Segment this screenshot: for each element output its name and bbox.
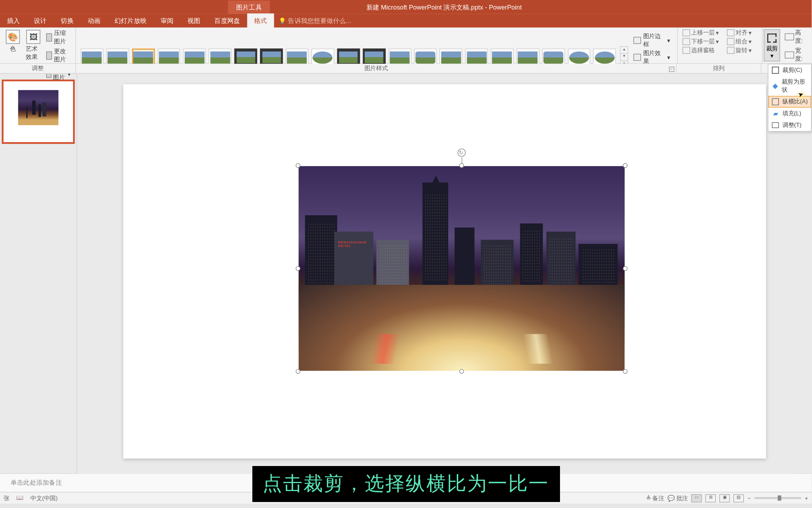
height-input[interactable]: 高度:: [785, 29, 808, 45]
resize-handle-ml[interactable]: [295, 266, 300, 271]
border-icon: [633, 37, 641, 44]
notes-placeholder: 单击此处添加备注: [11, 479, 62, 486]
zoom-out-button[interactable]: −: [748, 495, 751, 501]
compress-icon: [46, 34, 53, 42]
rotate-button[interactable]: 旋转 ▾: [726, 46, 752, 54]
resize-handle-bm[interactable]: [459, 369, 463, 374]
forward-icon: [683, 29, 690, 36]
crop-icon: [771, 66, 780, 74]
height-icon: [785, 34, 794, 41]
width-icon: [785, 52, 794, 59]
picture-effects-button[interactable]: 图片效果 ▾: [633, 49, 670, 65]
change-picture-button[interactable]: 更改图片: [45, 47, 72, 65]
tab-format[interactable]: 格式: [247, 13, 274, 28]
rotate-handle[interactable]: ↻: [457, 149, 465, 157]
artistic-icon: 🖼: [26, 30, 41, 44]
ribbon-group-adjust: 🎨 色 🖼 艺术效果 压缩图片 更改图片 重设图片▾: [0, 28, 76, 63]
document-title: 新建 Microsoft PowerPoint 演示文稿.pptx - Powe…: [367, 2, 522, 11]
crop-icon: [765, 32, 778, 44]
zoom-in-button[interactable]: +: [805, 495, 808, 501]
main-area: ↻: [0, 74, 812, 473]
view-sorter-button[interactable]: ⊞: [706, 494, 716, 502]
group-icon: [727, 38, 735, 45]
slide-thumbnail-1[interactable]: [2, 79, 75, 144]
tab-slideshow[interactable]: 幻灯片放映: [107, 13, 154, 28]
tab-insert[interactable]: 插入: [0, 13, 27, 28]
slide-canvas[interactable]: ↻: [123, 84, 766, 459]
backward-icon: [683, 38, 690, 45]
group-label-styles: 图片样式⌐: [76, 64, 677, 73]
styles-dialog-launcher[interactable]: ⌐: [669, 67, 674, 72]
ribbon-group-arrange: 上移一层 ▾ 下移一层 ▾ 选择窗格 对齐 ▾ 组合 ▾ 旋转 ▾: [678, 28, 762, 63]
contextual-tab-label: 图片工具: [228, 0, 270, 14]
ribbon-group-picture-styles: ▴▾▿ 图片边框 ▾ 图片效果 ▾ 图片版式 ▾: [76, 28, 678, 63]
shape-icon: ◆: [771, 82, 779, 90]
tab-design[interactable]: 设计: [27, 13, 54, 28]
thumbnail-image: [18, 90, 58, 125]
chevron-down-icon: ▾: [770, 53, 773, 59]
ribbon-group-labels: 调整 图片样式⌐ 排列: [0, 64, 812, 74]
effects-icon: [633, 54, 641, 61]
fill-icon: ▰: [771, 109, 780, 117]
view-slideshow-button[interactable]: ▤: [733, 494, 744, 502]
slide-editor[interactable]: ↻: [77, 74, 812, 473]
crop-menu-fit[interactable]: 调整(T): [768, 119, 811, 131]
fit-icon: [771, 121, 780, 129]
color-button[interactable]: 🎨 色: [4, 29, 22, 83]
change-icon: [46, 52, 53, 60]
comments-button[interactable]: 💬 批注: [668, 494, 688, 502]
resize-handle-bl[interactable]: [295, 369, 300, 374]
slide-thumbnail-panel[interactable]: [0, 74, 77, 473]
align-icon: [727, 29, 735, 36]
language-indicator[interactable]: 中文(中国): [30, 494, 57, 502]
bring-forward-button[interactable]: 上移一层 ▾: [681, 29, 720, 37]
resize-handle-br[interactable]: [623, 369, 627, 374]
view-reading-button[interactable]: ▣: [720, 494, 730, 502]
tab-baidu[interactable]: 百度网盘: [208, 13, 247, 28]
slide-counter: 张: [4, 494, 10, 502]
crop-menu-shape[interactable]: ◆裁剪为形状: [768, 76, 811, 96]
picture-content: [298, 166, 624, 371]
resize-handle-tr[interactable]: [623, 163, 627, 168]
spell-check-icon[interactable]: 📖: [16, 494, 23, 502]
video-subtitle: 点击裁剪，选择纵横比为一比一: [252, 466, 559, 502]
group-label-arrange: 排列: [677, 64, 761, 73]
zoom-slider[interactable]: [755, 497, 801, 499]
tell-me-placeholder: 告诉我您想要做什么...: [288, 16, 351, 25]
ribbon-group-size: 高度: 宽度:: [781, 28, 812, 63]
crop-menu-aspect-ratio[interactable]: 纵横比(A): [768, 96, 811, 108]
selected-picture[interactable]: ↻: [298, 166, 624, 371]
resize-handle-tl[interactable]: [295, 163, 300, 168]
tab-transitions[interactable]: 切换: [54, 13, 81, 28]
ribbon-tabs: 插入 设计 切换 动画 幻灯片放映 审阅 视图 百度网盘 格式 💡 告诉我您想要…: [0, 14, 812, 28]
selection-pane-button[interactable]: 选择窗格: [681, 46, 720, 54]
group-label-adjust: 调整: [0, 64, 76, 73]
tell-me-search[interactable]: 💡 告诉我您想要做什么...: [279, 16, 351, 25]
crop-dropdown-menu: 裁剪(C) ◆裁剪为形状 纵横比(A) ▰填充(L) 调整(T): [768, 64, 812, 132]
resize-handle-tm[interactable]: [459, 163, 463, 168]
group-button[interactable]: 组合 ▾: [726, 37, 752, 46]
compress-picture-button[interactable]: 压缩图片: [45, 29, 72, 46]
crop-button[interactable]: 裁剪 ▾: [764, 29, 780, 61]
resize-handle-mr[interactable]: [623, 266, 627, 271]
send-backward-button[interactable]: 下移一层 ▾: [681, 37, 720, 46]
ribbon: 🎨 色 🖼 艺术效果 压缩图片 更改图片 重设图片▾: [0, 28, 812, 64]
notes-button[interactable]: ≜ 备注: [646, 494, 664, 502]
selection-icon: [683, 47, 690, 54]
crop-menu-fill[interactable]: ▰填充(L): [768, 108, 811, 119]
crop-menu-crop[interactable]: 裁剪(C): [768, 64, 811, 76]
ratio-icon: [771, 98, 780, 106]
title-bar: 图片工具 新建 Microsoft PowerPoint 演示文稿.pptx -…: [0, 0, 812, 14]
tab-animations[interactable]: 动画: [81, 13, 107, 28]
color-icon: 🎨: [6, 30, 20, 44]
lightbulb-icon: 💡: [279, 18, 286, 24]
view-normal-button[interactable]: ▭: [691, 494, 702, 502]
artistic-effects-button[interactable]: 🖼 艺术效果: [23, 29, 44, 83]
tab-view[interactable]: 视图: [180, 13, 207, 28]
tab-review[interactable]: 审阅: [154, 13, 180, 28]
width-input[interactable]: 宽度:: [785, 47, 808, 63]
rotate-icon: [727, 47, 735, 54]
align-button[interactable]: 对齐 ▾: [726, 29, 752, 37]
picture-border-button[interactable]: 图片边框 ▾: [633, 32, 670, 48]
